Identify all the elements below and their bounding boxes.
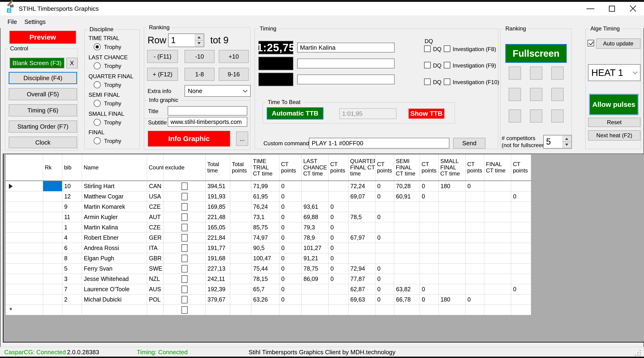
column-header-rk[interactable]: Rk xyxy=(43,155,62,180)
cell-quarter-final-ct-points[interactable]: 0 xyxy=(376,191,394,202)
time-trial-trophy-radio[interactable] xyxy=(94,43,101,50)
cell-rk[interactable] xyxy=(43,202,62,212)
cell-total-time[interactable]: 169,85 xyxy=(206,202,230,212)
exclude-checkbox[interactable] xyxy=(182,244,188,252)
exclude-checkbox[interactable] xyxy=(182,224,188,231)
cell-semi-final-ct-time[interactable] xyxy=(394,233,420,243)
cell-quarter-final-ct-points[interactable] xyxy=(376,202,394,212)
cell-country[interactable]: GER xyxy=(147,233,164,243)
column-header-bib[interactable]: bib xyxy=(62,155,82,180)
column-header-small-final-ct-time[interactable]: SMALL FINAL CT time xyxy=(438,155,466,180)
cell-rk[interactable] xyxy=(43,274,62,284)
cell-time-trial-ct-points[interactable]: 0 xyxy=(280,274,302,284)
cell-total-time[interactable]: 227,13 xyxy=(206,264,230,274)
cell-quarter-final-ct-points[interactable]: 0 xyxy=(376,274,394,284)
cell-country[interactable]: USA xyxy=(147,191,164,202)
cell-semi-final-ct-time[interactable] xyxy=(394,253,420,264)
cell-semi-final-ct-points[interactable] xyxy=(420,274,438,284)
cell-time-trial-ct-time[interactable]: 90,5 xyxy=(251,243,280,253)
resize-grip[interactable] xyxy=(635,355,636,356)
cell-final-ct-points[interactable]: 0 xyxy=(511,191,531,202)
close-button[interactable] xyxy=(622,2,644,16)
cell-bib[interactable]: 10 xyxy=(62,181,82,191)
cell-rk[interactable] xyxy=(43,243,62,253)
exclude-checkbox[interactable] xyxy=(182,234,188,242)
cell-small-final-ct-points[interactable] xyxy=(466,305,484,315)
cell-semi-final-ct-points[interactable]: 0 xyxy=(420,294,438,305)
column-header-total-time[interactable]: Total time xyxy=(206,155,230,180)
row-gutter[interactable] xyxy=(6,294,43,305)
row-gutter[interactable] xyxy=(6,264,43,274)
cell-last-chance-ct-points[interactable] xyxy=(328,181,348,191)
cell-name[interactable]: Martin Komarek xyxy=(82,202,147,212)
quarter-final-trophy-radio[interactable] xyxy=(94,81,101,88)
cell-final-ct-points[interactable] xyxy=(511,274,531,284)
column-header-ct-points[interactable]: CT points xyxy=(511,155,531,180)
cell-small-final-ct-time[interactable] xyxy=(438,264,466,274)
cell-semi-final-ct-points[interactable] xyxy=(420,212,438,222)
cell-total-points[interactable] xyxy=(230,284,251,294)
cell-quarter-final-ct-time[interactable] xyxy=(348,253,376,264)
column-header-ct-points[interactable]: CT points xyxy=(280,155,302,180)
cell-name[interactable]: Armin Kugler xyxy=(82,212,147,222)
row-gutter[interactable] xyxy=(6,181,43,191)
column-header-quarter-final-ct-time[interactable]: QUARTER FINAL CT time xyxy=(348,155,376,180)
cell-name[interactable]: Matthew Cogar xyxy=(82,191,147,202)
cell-small-final-ct-time[interactable] xyxy=(438,222,466,233)
cell-small-final-ct-time[interactable] xyxy=(438,274,466,284)
cell-total-time[interactable]: 394,51 xyxy=(206,181,230,191)
cell-rk[interactable] xyxy=(43,222,62,233)
ranking-slot-button-9[interactable] xyxy=(551,109,564,123)
cell-exclude[interactable] xyxy=(164,274,206,284)
next-heat-button[interactable]: Next heat (F2) xyxy=(588,130,640,141)
heat-select[interactable]: HEAT 1 xyxy=(588,64,640,81)
cell-last-chance-ct-time[interactable] xyxy=(302,191,328,202)
cell-time-trial-ct-points[interactable]: 0 xyxy=(280,222,302,233)
cell-rk[interactable] xyxy=(43,294,62,305)
cell-exclude[interactable] xyxy=(164,233,206,243)
overall-button[interactable]: Overall (F5) xyxy=(9,88,77,100)
menu-file[interactable]: File xyxy=(4,16,20,28)
cell-last-chance-ct-points[interactable]: 0 xyxy=(328,243,348,253)
cell-time-trial-ct-time[interactable] xyxy=(251,305,280,315)
investigation-checkbox-1[interactable] xyxy=(444,46,450,52)
competitor-input-1[interactable]: Martin Kalina xyxy=(297,43,394,53)
cell-last-chance-ct-points[interactable]: 0 xyxy=(328,212,348,222)
cell-country[interactable]: CZE xyxy=(147,202,164,212)
cell-small-final-ct-points[interactable] xyxy=(466,243,484,253)
cell-time-trial-ct-points[interactable]: 0 xyxy=(280,264,302,274)
clear-x-button[interactable]: X xyxy=(66,58,78,68)
cell-quarter-final-ct-time[interactable] xyxy=(348,305,376,315)
cell-total-time[interactable] xyxy=(206,305,230,315)
cell-total-points[interactable] xyxy=(230,191,251,202)
column-header-time-trial-ct-time[interactable]: TIME TRIAL CT time xyxy=(251,155,280,180)
exclude-checkbox[interactable] xyxy=(182,213,188,221)
cell-total-time[interactable]: 191,93 xyxy=(206,191,230,202)
cell-quarter-final-ct-time[interactable] xyxy=(348,202,376,212)
cell-small-final-ct-time[interactable] xyxy=(438,191,466,202)
cell-name[interactable]: Robert Ebner xyxy=(82,233,147,243)
cell-exclude[interactable] xyxy=(164,305,206,315)
cell-time-trial-ct-time[interactable]: 78,15 xyxy=(251,274,280,284)
cell-small-final-ct-time[interactable] xyxy=(438,212,466,222)
cell-exclude[interactable] xyxy=(164,212,206,222)
cell-final-ct-time[interactable] xyxy=(484,284,511,294)
cell-quarter-final-ct-points[interactable] xyxy=(376,253,394,264)
cell-total-points[interactable] xyxy=(230,243,251,253)
cell-semi-final-ct-time[interactable] xyxy=(394,243,420,253)
cell-small-final-ct-points[interactable] xyxy=(466,233,484,243)
cell-name[interactable]: Ferry Svan xyxy=(82,264,147,274)
cell-final-ct-time[interactable] xyxy=(484,264,511,274)
cell-small-final-ct-points[interactable] xyxy=(466,191,484,202)
column-header-ct-points[interactable]: CT points xyxy=(376,155,394,180)
cell-country[interactable]: ITA xyxy=(147,243,164,253)
row-gutter[interactable] xyxy=(6,274,43,284)
cell-total-points[interactable] xyxy=(230,222,251,233)
cell-country[interactable]: NZL xyxy=(147,274,164,284)
cell-time-trial-ct-points[interactable]: 0 xyxy=(280,233,302,243)
preview-button[interactable]: Preview xyxy=(9,31,76,44)
cell-last-chance-ct-points[interactable] xyxy=(328,191,348,202)
cell-exclude[interactable] xyxy=(164,222,206,233)
cell-final-ct-time[interactable] xyxy=(484,212,511,222)
ranking-slot-button-6[interactable] xyxy=(551,88,564,101)
